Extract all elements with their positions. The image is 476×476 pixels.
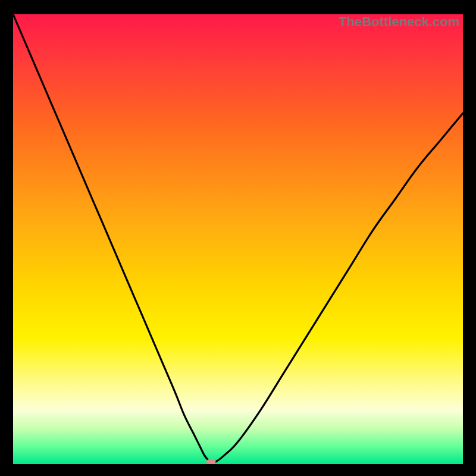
bottleneck-curve-path — [13, 14, 463, 462]
plot-area: TheBottleneck.com — [13, 14, 463, 464]
chart-svg — [13, 14, 463, 464]
chart-frame: TheBottleneck.com — [0, 0, 476, 476]
